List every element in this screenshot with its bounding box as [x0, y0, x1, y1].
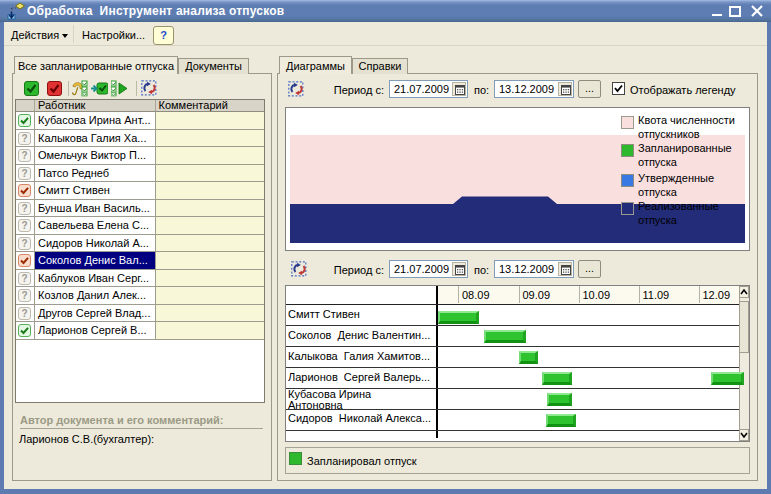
- svg-text:?: ?: [21, 150, 27, 161]
- svg-text:?: ?: [21, 220, 27, 231]
- svg-text:?: ?: [21, 273, 27, 284]
- svg-text:?: ?: [21, 168, 27, 179]
- svg-text:?: ?: [21, 308, 27, 319]
- svg-text:?: ?: [21, 290, 27, 301]
- svg-text:?: ?: [21, 238, 27, 249]
- svg-text:?: ?: [21, 133, 27, 144]
- svg-text:?: ?: [21, 203, 27, 214]
